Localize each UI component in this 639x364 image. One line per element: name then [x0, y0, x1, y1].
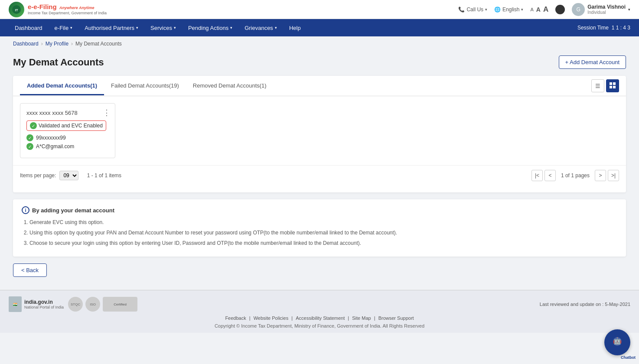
nav-pending-actions[interactable]: Pending Actions ▾ — [182, 19, 238, 36]
items-count: 1 - 1 of 1 items — [87, 172, 121, 179]
view-toggle: ☰ — [591, 76, 619, 96]
main-content: My Demat Accounts + Add Demat Account Ad… — [0, 51, 639, 290]
page-info: 1 of 1 pages — [557, 172, 593, 179]
svg-rect-5 — [613, 86, 616, 88]
logo-emblem: IT — [9, 2, 24, 17]
breadcrumb-my-profile[interactable]: My Profile — [46, 41, 68, 47]
india-gov-logo: 🇮🇳 india.gov.in National Portal of India — [9, 296, 64, 312]
next-page-button[interactable]: > — [595, 170, 606, 181]
back-button[interactable]: < Back — [13, 263, 47, 277]
chevron-down-icon: ▾ — [230, 26, 232, 30]
user-details: Garima Vishnoi Individual — [587, 4, 626, 15]
prev-page-button[interactable]: < — [544, 170, 556, 181]
chevron-down-icon: ▾ — [485, 7, 487, 12]
check-icon: ✓ — [30, 122, 37, 129]
items-per-page-label: Items per page: — [20, 172, 56, 179]
info-box-list: Generate EVC using this option. Using th… — [22, 218, 617, 247]
chevron-down-icon: ▾ — [70, 26, 72, 30]
nav-dashboard[interactable]: Dashboard — [9, 19, 49, 36]
breadcrumb-current: My Demat Accounts — [75, 41, 122, 47]
footer-feedback[interactable]: Feedback — [225, 315, 246, 321]
info-icon: i — [22, 206, 29, 214]
check-icon: ✓ — [26, 143, 33, 150]
info-box-title: i By adding your demat account — [22, 206, 617, 214]
chevron-down-icon: ▾ — [174, 26, 176, 30]
breadcrumb-sep: › — [41, 41, 43, 47]
badge-1: STQC — [68, 297, 83, 312]
pagination-controls: |< < 1 of 1 pages > >| — [531, 170, 619, 181]
svg-rect-4 — [610, 86, 612, 88]
nav-bar: Dashboard e-File ▾ Authorised Partners ▾… — [0, 19, 639, 36]
first-page-button[interactable]: |< — [531, 170, 543, 181]
last-page-button[interactable]: >| — [608, 170, 619, 181]
list-icon: ☰ — [595, 83, 600, 89]
demat-status-badge: ✓ Validated and EVC Enabled — [26, 120, 106, 131]
pagination-bar: Items per page: 09 18 27 1 - 1 of 1 item… — [13, 165, 626, 185]
chevron-down-icon: ▾ — [521, 7, 523, 12]
font-large-btn[interactable]: A — [543, 5, 548, 14]
footer-accessibility[interactable]: Accessibility Statement — [296, 315, 345, 321]
tab-failed-demat-accounts[interactable]: Failed Demat Accounts(19) — [104, 77, 186, 95]
logo-area: IT e-e-Filing Anywhere Anytime Income Ta… — [9, 2, 107, 17]
footer-copyright: Copyright © Income Tax Department, Minis… — [9, 323, 630, 328]
add-demat-account-button[interactable]: + Add Demat Account — [559, 55, 626, 69]
logo-efiling: e-e-Filing Anywhere Anytime — [28, 3, 107, 11]
nav-authorised-partners[interactable]: Authorised Partners ▾ — [78, 19, 144, 36]
india-gov-text: india.gov.in National Portal of India — [24, 299, 64, 309]
nav-efile[interactable]: e-File ▾ — [49, 19, 79, 36]
font-controls: A A A — [530, 5, 548, 14]
nav-help[interactable]: Help — [283, 19, 307, 36]
nav-grievances[interactable]: Grievances ▾ — [238, 19, 283, 36]
avatar: G — [572, 3, 585, 16]
tab-added-demat-accounts[interactable]: Added Demat Accounts(1) — [20, 77, 104, 95]
info-point-3: Choose to secure your login using this o… — [29, 239, 617, 247]
demat-cards-grid: xxxx xxxx xxxx 5678 ⋮ ✓ Validated and EV… — [13, 96, 626, 165]
footer-website-policies[interactable]: Website Policies — [254, 315, 289, 321]
page-header: My Demat Accounts + Add Demat Account — [13, 55, 626, 69]
footer-browser-support[interactable]: Browser Support — [378, 315, 414, 321]
font-small-btn[interactable]: A — [530, 7, 533, 12]
breadcrumb: Dashboard › My Profile › My Demat Accoun… — [0, 36, 639, 51]
font-medium-btn[interactable]: A — [536, 6, 541, 13]
nav-services[interactable]: Services ▾ — [144, 19, 182, 36]
phone-icon: 📞 — [458, 6, 465, 13]
globe-icon: 🌐 — [494, 6, 501, 13]
user-menu[interactable]: G Garima Vishnoi Individual ▾ — [572, 3, 630, 16]
breadcrumb-dashboard[interactable]: Dashboard — [13, 41, 39, 47]
call-us-btn[interactable]: 📞 Call Us ▾ — [458, 6, 487, 13]
language-btn[interactable]: 🌐 English ▾ — [494, 6, 523, 13]
chevron-down-icon: ▾ — [275, 26, 277, 30]
session-timer: Session Time 1 1 : 4 3 — [577, 25, 630, 31]
tab-removed-demat-accounts[interactable]: Removed Demat Accounts(1) — [186, 77, 274, 95]
demat-card-number: xxxx xxxx xxxx 5678 — [26, 110, 109, 116]
list-view-button[interactable]: ☰ — [591, 79, 604, 92]
svg-rect-3 — [613, 82, 616, 85]
badge-strip: Certified — [103, 297, 137, 312]
chevron-down-icon: ▾ — [136, 26, 138, 30]
top-bar: IT e-e-Filing Anywhere Anytime Income Ta… — [0, 0, 639, 19]
breadcrumb-sep: › — [71, 41, 73, 47]
info-box: i By adding your demat account Generate … — [13, 199, 626, 257]
badge-2: ISO — [85, 297, 100, 312]
demat-card-item: xxxx xxxx xxxx 5678 ⋮ ✓ Validated and EV… — [20, 103, 115, 158]
chevron-down-icon: ▾ — [628, 7, 630, 12]
contrast-toggle[interactable] — [555, 5, 565, 14]
page-title: My Demat Accounts — [13, 57, 104, 68]
tabs-bar: Added Demat Accounts(1) Failed Demat Acc… — [13, 76, 626, 96]
back-area: < Back — [13, 257, 626, 281]
india-gov-emblem: 🇮🇳 — [9, 296, 22, 312]
demat-email-row: ✓ A*C@gmail.com — [26, 143, 109, 150]
items-range-text — [82, 172, 83, 179]
svg-rect-2 — [610, 82, 612, 85]
info-point-1: Generate EVC using this option. — [29, 218, 617, 226]
footer-top: 🇮🇳 india.gov.in National Portal of India… — [9, 296, 630, 312]
demat-phone-row: ✓ 99xxxxxxx99 — [26, 134, 109, 141]
footer-sitemap[interactable]: Site Map — [352, 315, 371, 321]
items-per-page-select[interactable]: 09 18 27 — [59, 171, 78, 180]
check-icon: ✓ — [26, 134, 33, 141]
footer-links: Feedback | Website Policies | Accessibil… — [9, 315, 630, 321]
grid-view-button[interactable] — [606, 79, 619, 92]
main-card: Added Demat Accounts(1) Failed Demat Acc… — [13, 76, 626, 192]
demat-card-options-button[interactable]: ⋮ — [103, 108, 111, 117]
logo-subtitle: Income Tax Department, Government of Ind… — [28, 11, 107, 16]
